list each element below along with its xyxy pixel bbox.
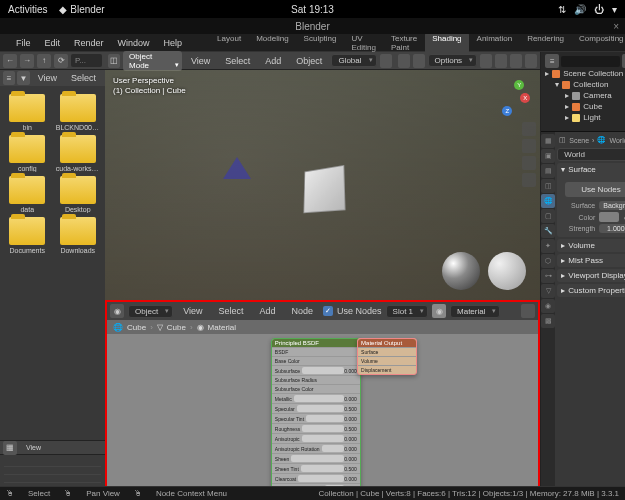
shading-material-icon[interactable] (510, 54, 522, 68)
outliner-search-input[interactable] (561, 56, 620, 67)
node-socket[interactable]: BSDF (272, 347, 360, 356)
pin-icon[interactable] (521, 304, 535, 318)
menu-help[interactable]: Help (158, 36, 189, 50)
props-tab-data[interactable]: ▽ (541, 284, 555, 298)
chevron-down-icon[interactable]: ▾ (612, 4, 617, 15)
props-tab-physics[interactable]: ⬡ (541, 254, 555, 268)
strip-editor-icon[interactable]: ▦ (3, 441, 17, 455)
node-socket[interactable]: Specular Tint0.000 (272, 413, 360, 423)
props-tab-particle[interactable]: ✦ (541, 239, 555, 253)
fb-view-menu[interactable]: View (32, 71, 63, 85)
tab-animation[interactable]: Animation (470, 32, 520, 54)
app-menu[interactable]: ◆ Blender (59, 4, 104, 15)
node-socket[interactable]: Base Color (272, 356, 360, 365)
slot-dropdown[interactable]: Slot 1 (386, 305, 428, 318)
node-socket[interactable]: Surface (358, 347, 416, 356)
material-output-node[interactable]: Material Output Surface Volume Displacem… (357, 338, 417, 375)
shading-wireframe-icon[interactable] (480, 54, 492, 68)
tab-compositing[interactable]: Compositing (572, 32, 625, 54)
folder-item[interactable]: config (4, 135, 51, 172)
power-icon[interactable]: ⏻ (594, 4, 604, 15)
node-socket[interactable]: Specular0.500 (272, 403, 360, 413)
material-icon[interactable]: ◉ (432, 304, 446, 318)
props-tab-viewlayer[interactable]: ▤ (541, 164, 555, 178)
node-socket[interactable]: Anisotropic0.000 (272, 433, 360, 443)
tab-shading[interactable]: Shading (425, 32, 468, 54)
principled-bsdf-node[interactable]: Principled BSDF BSDFBase ColorSubsurface… (271, 338, 361, 500)
shading-rendered-icon[interactable] (525, 54, 537, 68)
ne-view-menu[interactable]: View (177, 304, 208, 318)
axis-y-icon[interactable]: Y (514, 80, 524, 90)
zoom-icon[interactable] (522, 122, 536, 136)
cube-object[interactable] (303, 164, 345, 212)
ne-select-menu[interactable]: Select (212, 304, 249, 318)
node-socket[interactable]: Displacement (358, 365, 416, 374)
ne-add-menu[interactable]: Add (254, 304, 282, 318)
use-nodes-button[interactable]: Use Nodes (565, 182, 625, 197)
props-tab-world[interactable]: 🌐 (541, 194, 555, 208)
folder-item[interactable]: Desktop (55, 176, 102, 213)
vp-add-menu[interactable]: Add (259, 54, 287, 68)
menu-file[interactable]: File (10, 36, 37, 50)
node-socket[interactable]: Anisotropic Rotation0.000 (272, 443, 360, 453)
node-socket[interactable]: Sheen0.000 (272, 453, 360, 463)
folder-item[interactable]: Documents (4, 217, 51, 254)
orientation-dropdown[interactable]: Global (331, 54, 376, 67)
outliner-scene-collection[interactable]: ▸Scene Collection (543, 68, 625, 79)
shading-solid-icon[interactable] (495, 54, 507, 68)
tab-layout[interactable]: Layout (210, 32, 248, 54)
vp-select-menu[interactable]: Select (219, 54, 256, 68)
menu-render[interactable]: Render (68, 36, 110, 50)
3d-viewport[interactable]: User Perspective (1) Collection | Cube X… (105, 70, 540, 300)
overlay-toggle-icon[interactable] (398, 54, 410, 68)
viewport-display-panel-header[interactable]: ▸ Viewport Display (557, 269, 625, 282)
volume-icon[interactable]: 🔊 (574, 4, 586, 15)
outliner-camera[interactable]: ▸Camera👁 (543, 90, 625, 101)
props-tab-render[interactable]: ▦ (541, 134, 555, 148)
tab-modeling[interactable]: Modeling (249, 32, 295, 54)
camera-object[interactable] (223, 157, 263, 187)
custom-props-panel-header[interactable]: ▸ Custom Properties (557, 284, 625, 297)
node-socket[interactable]: Clearcoat0.000 (272, 473, 360, 483)
camera-view-icon[interactable] (522, 156, 536, 170)
tab-uvediting[interactable]: UV Editing (345, 32, 383, 54)
outliner-cube[interactable]: ▸Cube👁 (543, 101, 625, 112)
fb-select-menu[interactable]: Select (65, 71, 102, 85)
node-socket[interactable]: Sheen Tint0.500 (272, 463, 360, 473)
props-tab-scene[interactable]: ◫ (541, 179, 555, 193)
tab-texturepaint[interactable]: Texture Paint (384, 32, 424, 54)
node-socket[interactable]: Subsurface Color (272, 384, 360, 393)
folder-item[interactable]: BLCKND007... (55, 94, 102, 131)
outliner-type-icon[interactable]: ≡ (545, 54, 559, 68)
fb-back-button[interactable]: ← (3, 54, 17, 68)
fb-path-field[interactable]: P... (71, 54, 102, 67)
tab-sculpting[interactable]: Sculpting (297, 32, 344, 54)
folder-item[interactable]: bin (4, 94, 51, 131)
fb-refresh-button[interactable]: ⟳ (54, 54, 68, 68)
mist-panel-header[interactable]: ▸ Mist Pass (557, 254, 625, 267)
surface-shader-field[interactable]: Backgroun (599, 201, 625, 210)
ne-node-menu[interactable]: Node (286, 304, 320, 318)
outliner-light[interactable]: ▸Light👁 (543, 112, 625, 123)
menu-edit[interactable]: Edit (39, 36, 67, 50)
close-icon[interactable]: × (613, 21, 619, 32)
fb-sort-icon[interactable]: ≡ (3, 71, 15, 85)
fb-fwd-button[interactable]: → (20, 54, 34, 68)
activities-button[interactable]: Activities (8, 4, 47, 15)
props-tab-constraint[interactable]: ⊶ (541, 269, 555, 283)
fb-up-button[interactable]: ↑ (37, 54, 51, 68)
props-tab-object[interactable]: ▢ (541, 209, 555, 223)
axis-z-icon[interactable]: Z (502, 106, 512, 116)
props-tab-modifier[interactable]: 🔧 (541, 224, 555, 238)
material-dropdown[interactable]: Material (450, 305, 500, 318)
surface-panel-header[interactable]: ▾ Surface (557, 163, 625, 176)
node-socket[interactable]: Metallic0.000 (272, 393, 360, 403)
world-datablock-dropdown[interactable]: World (557, 148, 625, 161)
strength-field[interactable]: 1.000 (599, 224, 625, 233)
use-nodes-checkbox[interactable]: ✓ (323, 306, 333, 316)
mode-dropdown[interactable]: Object Mode (123, 51, 182, 71)
editor-type-icon[interactable]: ◫ (108, 54, 120, 68)
strip-view[interactable]: View (20, 442, 47, 453)
node-socket[interactable]: Volume (358, 356, 416, 365)
editor-type-icon[interactable]: ◉ (110, 304, 124, 318)
